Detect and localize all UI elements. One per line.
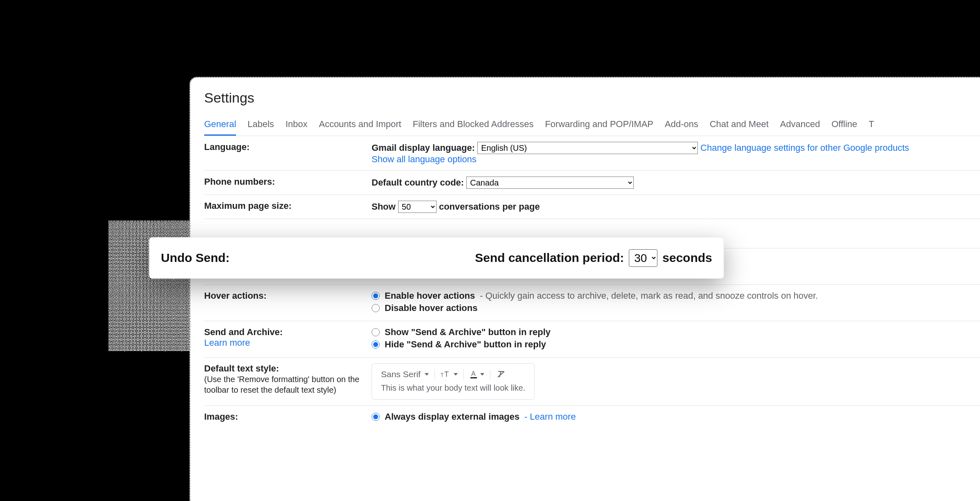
caret-down-icon [480,373,484,376]
row-hover-actions: Hover actions: Enable hover actions - Qu… [204,284,980,321]
tab-accounts-import[interactable]: Accounts and Import [319,116,401,136]
text-style-toolbar: Sans Serif TT A [372,363,535,400]
undo-send-highlight-card: Undo Send: Send cancellation period: 30 … [149,237,724,279]
text-style-sub: (Use the 'Remove formatting' button on t… [204,375,359,394]
tab-general[interactable]: General [204,116,236,136]
hide-send-archive-label: Hide "Send & Archive" button in reply [385,339,546,350]
always-display-images-label: Always display external images [385,412,519,422]
svg-rect-3 [470,377,477,378]
tab-chat-meet[interactable]: Chat and Meet [710,116,768,136]
radio-enable-hover[interactable] [372,292,380,300]
tab-addons[interactable]: Add-ons [665,116,698,136]
settings-tabs: General Labels Inbox Accounts and Import… [204,116,980,136]
tab-forwarding-pop-imap[interactable]: Forwarding and POP/IMAP [545,116,653,136]
svg-text:A: A [471,370,476,377]
disable-hover-label: Disable hover actions [385,303,477,313]
page-title: Settings [204,90,980,106]
row-language: Language: Gmail display language: Englis… [204,136,980,170]
tab-advanced[interactable]: Advanced [780,116,820,136]
remove-formatting-button[interactable] [496,370,506,379]
undo-send-unit: seconds [662,251,712,265]
enable-hover-label: Enable hover actions [385,291,475,301]
label-text-style: Default text style: (Use the 'Remove for… [204,363,372,400]
label-language: Language: [204,142,372,165]
radio-show-send-archive[interactable] [372,328,380,336]
enable-hover-hint: - Quickly gain access to archive, delete… [480,291,818,301]
show-all-language-link[interactable]: Show all language options [372,154,477,164]
gmail-display-language-label: Gmail display language: [372,143,475,153]
send-cancellation-label: Send cancellation period: [475,251,624,265]
label-hover-actions: Hover actions: [204,291,372,315]
row-text-style: Default text style: (Use the 'Remove for… [204,357,980,405]
radio-disable-hover[interactable] [372,304,380,312]
change-language-link[interactable]: Change language settings for other Googl… [700,143,909,153]
tab-inbox[interactable]: Inbox [285,116,307,136]
tab-themes-cut[interactable]: T [869,116,874,136]
caret-down-icon [425,373,429,376]
page-size-select[interactable]: 50 [398,201,437,213]
radio-hide-send-archive[interactable] [372,340,380,349]
toolbar-divider [490,369,490,379]
page-size-post: conversations per page [439,201,540,212]
send-archive-learn-more-link[interactable]: Learn more [204,338,250,348]
font-size-button[interactable]: TT [441,370,458,379]
tab-labels[interactable]: Labels [247,116,274,136]
row-send-archive: Send and Archive: Learn more Show "Send … [204,321,980,357]
label-send-archive: Send and Archive: Learn more [204,327,372,351]
row-phone: Phone numbers: Default country code: Can… [204,170,980,195]
page-size-pre: Show [372,201,396,212]
country-code-select[interactable]: Canada [466,177,634,189]
row-images: Images: Always display external images -… [204,405,980,429]
font-family-button[interactable]: Sans Serif [381,369,429,379]
toolbar-divider [434,369,435,379]
font-family-label: Sans Serif [381,369,421,379]
text-color-button[interactable]: A [470,370,484,379]
label-page-size: Maximum page size: [204,201,372,213]
undo-send-period-select[interactable]: 30 [629,249,657,267]
svg-text:T: T [441,372,444,378]
show-send-archive-label: Show "Send & Archive" button in reply [385,327,550,338]
settings-window: Settings General Labels Inbox Accounts a… [189,77,980,501]
row-page-size: Maximum page size: Show 50 conversations… [204,195,980,219]
label-images: Images: [204,412,372,424]
language-select[interactable]: English (US) [477,142,698,154]
label-phone: Phone numbers: [204,177,372,189]
toolbar-divider [463,369,464,379]
images-learn-more-link[interactable]: - Learn more [524,412,576,422]
text-style-preview: This is what your body text will look li… [377,382,529,396]
tab-offline[interactable]: Offline [831,116,857,136]
tab-filters-blocked[interactable]: Filters and Blocked Addresses [413,116,534,136]
svg-text:T: T [444,370,449,378]
caret-down-icon [454,373,458,376]
radio-always-display-images[interactable] [372,413,380,421]
default-country-label: Default country code: [372,177,464,188]
settings-body: Language: Gmail display language: Englis… [204,136,980,429]
undo-send-label: Undo Send: [161,251,229,265]
